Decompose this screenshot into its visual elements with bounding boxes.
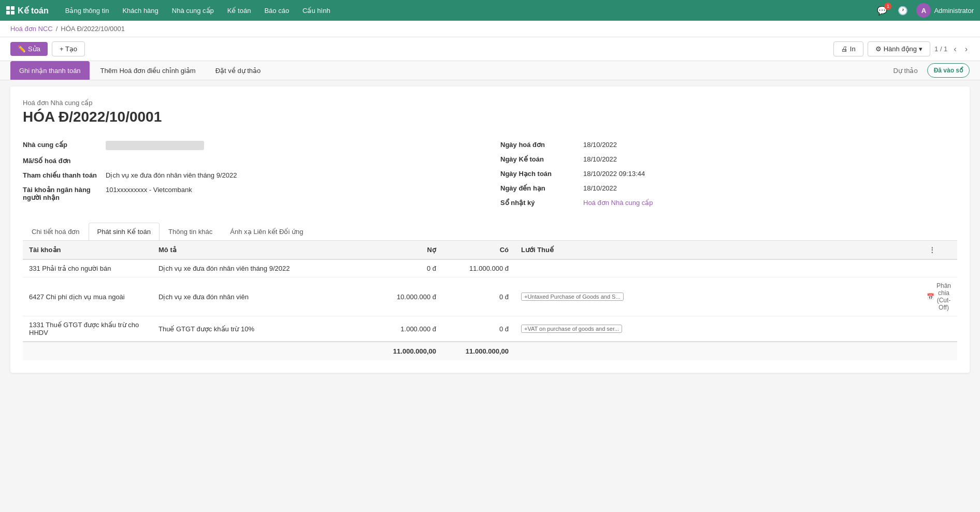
clock-button[interactable]: 🕐 (896, 4, 910, 18)
totals-row: 11.000.000,00 11.000.000,00 (23, 342, 957, 360)
action-tabs-bar: Ghi nhận thanh toán Thêm Hoá đơn điều ch… (0, 61, 980, 80)
field-posting-date: Ngày Hạch toán 18/10/2022 09:13:44 (500, 167, 957, 181)
menu-item-customers[interactable]: Khách hàng (116, 4, 164, 18)
field-journal: Sổ nhật ký Hoá đơn Nhà cung cấp (500, 196, 957, 210)
field-due-date-value: 18/10/2022 (583, 184, 957, 192)
row3-debit: 1.000.000 đ (370, 316, 442, 342)
document-title: HÓA Đ/2022/10/0001 (23, 109, 957, 125)
menu-item-dashboard[interactable]: Bảng thông tin (59, 4, 116, 18)
tax-tag-1[interactable]: +Untaxed Purchase of Goods and S... (521, 292, 624, 301)
breadcrumb-separator: / (56, 25, 58, 33)
row1-description: Dịch vụ xe đưa đón nhân viên tháng 9/202… (152, 259, 370, 277)
tab-accounting-entries[interactable]: Phát sinh Kế toán (89, 223, 160, 240)
edit-icon: ✏️ (18, 45, 26, 53)
field-invoice-date-value: 18/10/2022 (583, 141, 957, 149)
field-due-date: Ngày đến hạn 18/10/2022 (500, 181, 957, 196)
row1-options (920, 259, 957, 277)
edit-button[interactable]: ✏️ Sửa (10, 42, 48, 56)
accounting-entries-table: Tài khoản Mô tả Nợ Có Lưới Thuế ⋮ (23, 241, 957, 360)
row2-tax-grid: +Untaxed Purchase of Goods and S... (515, 277, 920, 316)
field-posting-date-value: 18/10/2022 09:13:44 (583, 170, 957, 178)
col-description: Mô tả (152, 241, 370, 259)
total-spacer (23, 342, 370, 360)
action-tab-payment[interactable]: Ghi nhận thanh toán (10, 61, 90, 80)
row2-credit: 0 đ (442, 277, 515, 316)
split-button[interactable]: 📅 Phân chia (Cut-Off) (927, 282, 951, 311)
field-bank-account-value: 101xxxxxxxxx - Vietcombank (106, 186, 480, 194)
top-right-actions: 💬 1 🕐 A Administrator (875, 3, 974, 18)
status-indicators: Dự thảo Đã vào sổ (888, 63, 970, 78)
user-avatar: A (916, 3, 931, 18)
status-posted-badge: Đã vào sổ (927, 63, 970, 78)
fields-right: Ngày hoá đơn 18/10/2022 Ngày Kế toán 18/… (500, 138, 957, 210)
gear-icon: ⚙ (875, 45, 882, 53)
action-button[interactable]: ⚙ Hành động ▾ (868, 41, 930, 56)
menu-item-reports[interactable]: Báo cáo (258, 4, 295, 18)
row3-credit: 0 đ (442, 316, 515, 342)
tab-matching[interactable]: Ánh xạ Liên kết Đối ứng (221, 223, 312, 240)
col-options: ⋮ (920, 241, 957, 259)
field-payment-ref-value: Dịch vụ xe đưa đón nhân viên tháng 9/202… (106, 171, 480, 179)
notification-badge: 1 (884, 3, 891, 10)
total-end (515, 342, 957, 360)
row3-split (920, 316, 957, 342)
field-supplier-value: Công ty ██████████ (106, 141, 480, 150)
brand-label: Kế toán (18, 6, 49, 16)
calendar-icon: 📅 (927, 293, 934, 300)
action-tab-reset-draft[interactable]: Đặt về dự thảo (207, 61, 270, 80)
field-bank-account: Tài khoản ngân hàng người nhận 101xxxxxx… (23, 183, 480, 205)
status-draft-label: Dự thảo (888, 64, 923, 78)
menu-item-accounting[interactable]: Kế toán (221, 4, 257, 18)
user-menu[interactable]: A Administrator (916, 3, 974, 18)
row3-account: 1331 Thuế GTGT được khấu trừ cho HHDV (23, 316, 152, 342)
row1-account: 331 Phải trả cho người bán (23, 259, 152, 277)
action-tab-credit-note[interactable]: Thêm Hoá đơn điều chỉnh giảm (92, 61, 205, 80)
tab-invoice-detail[interactable]: Chi tiết hoá đơn (23, 223, 89, 240)
fields-left: Nhà cung cấp Công ty ██████████ Mã/Số ho… (23, 138, 480, 210)
breadcrumb-parent[interactable]: Hoá đơn NCC (10, 25, 53, 33)
top-navigation: Kế toán Bảng thông tin Khách hàng Nhà cu… (0, 0, 980, 21)
total-debit: 11.000.000,00 (370, 342, 442, 360)
row1-credit: 11.000.000 đ (442, 259, 515, 277)
chevron-down-icon: ▾ (919, 45, 923, 53)
tab-other-info[interactable]: Thông tin khác (160, 223, 221, 240)
main-menu: Bảng thông tin Khách hàng Nhà cung cấp K… (59, 4, 873, 18)
table-row: 1331 Thuế GTGT được khấu trừ cho HHDV Th… (23, 316, 957, 342)
col-tax-grid: Lưới Thuế (515, 241, 920, 259)
row2-account: 6427 Chi phí dịch vụ mua ngoài (23, 277, 152, 316)
table-options-icon[interactable]: ⋮ (927, 244, 938, 256)
breadcrumb: Hoá đơn NCC / HÓA Đ/2022/10/0001 (0, 21, 980, 37)
main-content: Hoá đơn Nhà cung cấp HÓA Đ/2022/10/0001 … (10, 86, 970, 373)
row1-debit: 0 đ (370, 259, 442, 277)
field-accounting-date-value: 18/10/2022 (583, 155, 957, 163)
print-button[interactable]: 🖨 In (833, 41, 863, 56)
content-tabs: Chi tiết hoá đơn Phát sinh Kế toán Thông… (23, 223, 957, 241)
row2-split: 📅 Phân chia (Cut-Off) (920, 277, 957, 316)
next-button[interactable]: › (963, 43, 970, 55)
menu-item-config[interactable]: Cấu hình (296, 4, 337, 18)
field-invoice-code: Mã/Số hoá đơn (23, 154, 480, 168)
tax-tag-2[interactable]: +VAT on purchase of goods and ser... (521, 325, 622, 333)
document-subtitle: Hoá đơn Nhà cung cấp (23, 99, 957, 107)
print-icon: 🖨 (841, 45, 848, 53)
row2-description: Dịch vụ xe đưa đón nhân viên (152, 277, 370, 316)
breadcrumb-current: HÓA Đ/2022/10/0001 (61, 25, 125, 33)
grid-icon (6, 6, 15, 14)
row3-tax-grid: +VAT on purchase of goods and ser... (515, 316, 920, 342)
field-journal-value[interactable]: Hoá đơn Nhà cung cấp (583, 199, 957, 207)
field-invoice-date: Ngày hoá đơn 18/10/2022 (500, 138, 957, 152)
row3-description: Thuế GTGT được khấu trừ 10% (152, 316, 370, 342)
row1-tax-grid (515, 259, 920, 277)
prev-button[interactable]: ‹ (952, 43, 958, 55)
form-fields: Nhà cung cấp Công ty ██████████ Mã/Số ho… (23, 138, 957, 210)
user-name: Administrator (934, 7, 974, 14)
col-account: Tài khoản (23, 241, 152, 259)
menu-item-suppliers[interactable]: Nhà cung cấp (166, 4, 220, 18)
col-debit: Nợ (370, 241, 442, 259)
app-brand[interactable]: Kế toán (6, 6, 49, 16)
pagination: 1 / 1 ‹ › (934, 43, 970, 55)
create-button[interactable]: + Tạo (52, 41, 85, 56)
messages-button[interactable]: 💬 1 (875, 4, 889, 18)
field-accounting-date: Ngày Kế toán 18/10/2022 (500, 152, 957, 167)
total-credit: 11.000.000,00 (442, 342, 515, 360)
